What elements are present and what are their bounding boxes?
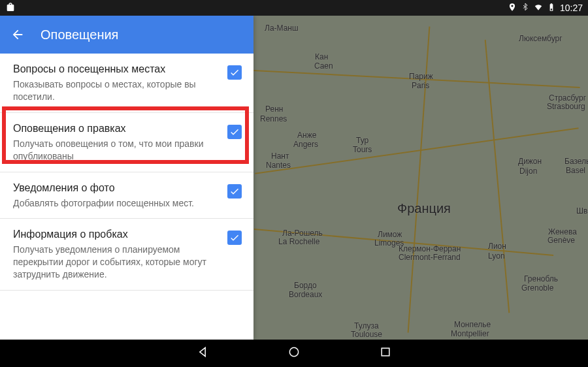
row-title: Уведомления о фото — [13, 182, 220, 195]
location-icon — [508, 3, 517, 14]
svg-rect-1 — [382, 348, 389, 356]
checkbox[interactable] — [227, 125, 242, 139]
root: Ла-МаншКанCaenПарижParisРеннRennesАнжеAn… — [0, 0, 588, 367]
settings-panel: Оповещения Вопросы о посещенных местахПо… — [0, 16, 253, 340]
row-subtitle: Добавлять фотографии посещенных мест. — [13, 197, 220, 210]
svg-point-0 — [289, 347, 298, 356]
row-subtitle: Получать оповещения о том, что мои правк… — [13, 138, 220, 163]
row-title: Информация о пробках — [13, 228, 220, 241]
row-subtitle: Показывать вопросы о местах, которые вы … — [13, 78, 220, 103]
back-arrow-icon[interactable] — [10, 27, 25, 42]
row-subtitle: Получать уведомления о планируемом перек… — [13, 244, 220, 281]
checkbox[interactable] — [227, 65, 242, 80]
row-title: Оповещения о правках — [13, 122, 220, 135]
shopping-icon — [5, 2, 16, 14]
settings-row[interactable]: Уведомления о фотоДобавлять фотографии п… — [0, 172, 253, 219]
row-title: Вопросы о посещенных местах — [13, 63, 220, 76]
checkbox[interactable] — [227, 231, 242, 245]
wifi-icon — [534, 3, 543, 14]
nav-recent-icon[interactable] — [379, 345, 392, 361]
panel-title: Оповещения — [41, 27, 118, 42]
settings-list: Вопросы о посещенных местахПоказывать во… — [0, 54, 253, 291]
nav-home-icon[interactable] — [287, 345, 301, 361]
settings-row[interactable]: Информация о пробкахПолучать уведомления… — [0, 219, 253, 291]
status-time: 10:27 — [560, 3, 583, 13]
android-navbar — [0, 340, 588, 367]
panel-header: Оповещения — [0, 16, 253, 54]
checkbox[interactable] — [227, 184, 242, 199]
nav-back-icon[interactable] — [196, 345, 209, 361]
status-bar: 10:27 — [0, 0, 588, 16]
battery-icon — [547, 3, 556, 14]
settings-row[interactable]: Вопросы о посещенных местахПоказывать во… — [0, 54, 253, 113]
bluetooth-icon — [521, 3, 530, 14]
settings-row[interactable]: Оповещения о правкахПолучать оповещения … — [0, 113, 253, 172]
